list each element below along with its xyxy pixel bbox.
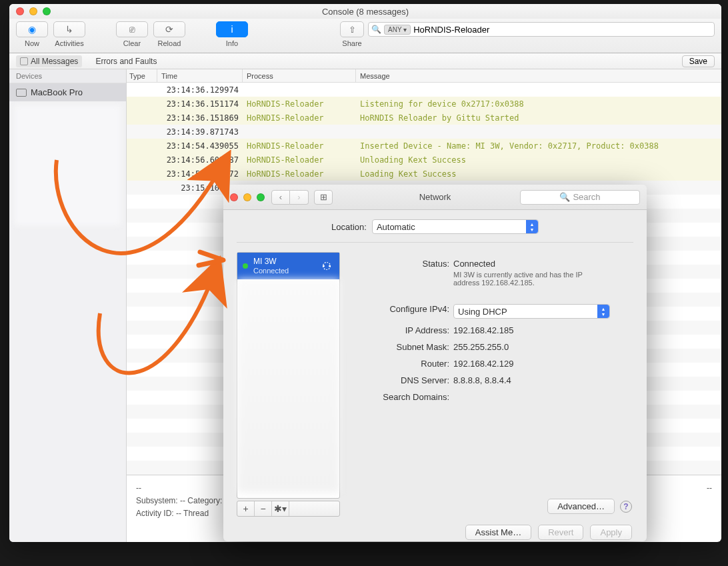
search-any-chip[interactable]: ANY ▾ — [384, 25, 411, 35]
toolbar: ◉ Now ↳ Activities ⎚ Clear ⟳ Reload i In… — [9, 19, 721, 53]
status-label: Status: — [356, 259, 449, 269]
col-process[interactable]: Process — [243, 69, 356, 82]
clear-button[interactable]: ⎚ — [116, 21, 148, 37]
service-blurred-area — [237, 279, 339, 493]
mask-label: Subnet Mask: — [356, 342, 449, 352]
status-value: Connected — [453, 259, 633, 269]
config-label: Configure IPv4: — [356, 304, 449, 314]
sidebar-heading: Devices — [9, 69, 126, 83]
activities-button[interactable]: ↳ — [53, 21, 85, 37]
log-row[interactable]: 23:14:56.601887HoRNDIS-ReloaderUnloading… — [127, 153, 721, 167]
log-row[interactable]: 23:14:54.439055HoRNDIS-ReloaderInserted … — [127, 139, 721, 153]
log-columns-header: Type Time Process Message — [127, 69, 721, 83]
sidebar-blurred-area — [15, 105, 121, 225]
detail-activity: Activity ID: -- Thread — [136, 507, 230, 520]
sidebar: Devices MacBook Pro — [9, 69, 127, 542]
location-label: Location: — [331, 222, 367, 232]
svg-point-1 — [323, 265, 325, 267]
search-input[interactable] — [413, 25, 711, 35]
network-title: Network — [223, 192, 647, 202]
filter-errors-faults[interactable]: Errors and Faults — [91, 55, 161, 67]
info-label: Info — [226, 39, 238, 47]
filter-all-messages[interactable]: All Messages — [16, 55, 82, 67]
log-row[interactable]: 23:14:39.871743 — [127, 125, 721, 139]
remove-service-button[interactable]: − — [255, 501, 272, 516]
configure-ipv4-select[interactable]: Using DHCP ▲▼ — [453, 304, 610, 319]
revert-button[interactable]: Revert — [538, 525, 583, 540]
search-field[interactable]: 🔍 ANY ▾ — [368, 22, 715, 37]
location-select[interactable]: Automatic ▲▼ — [372, 219, 539, 234]
mask-value: 255.255.255.0 — [453, 342, 633, 352]
share-button[interactable]: ⇧ — [340, 21, 364, 37]
detail-subsystem: Subsystem: -- Category: -- — [136, 495, 230, 507]
svg-point-2 — [329, 265, 331, 267]
clear-label: Clear — [123, 39, 141, 47]
sidebar-item-label: MacBook Pro — [31, 87, 83, 97]
col-type[interactable]: Type — [127, 69, 157, 82]
titlebar: Console (8 messages) — [9, 4, 721, 19]
dns-label: DNS Server: — [356, 375, 449, 385]
service-name: MI 3W — [253, 257, 289, 266]
chevron-updown-icon: ▲▼ — [526, 220, 538, 233]
sidebar-toggle-icon — [20, 57, 28, 65]
sidebar-item-macbook[interactable]: MacBook Pro — [9, 83, 126, 101]
info-button[interactable]: i — [216, 21, 248, 37]
router-value: 192.168.42.129 — [453, 359, 633, 369]
detail-dashes: -- — [136, 482, 230, 495]
help-button[interactable]: ? — [620, 501, 632, 513]
router-label: Router: — [356, 359, 449, 369]
log-row[interactable]: 23:14:36.151869HoRNDIS-ReloaderHoRNDIS R… — [127, 111, 721, 125]
service-list[interactable]: MI 3W Connected + − ✱▾ — [237, 252, 340, 499]
apply-button[interactable]: Apply — [590, 525, 632, 540]
network-toolbar: ‹ › ⊞ Network 🔍 Search — [223, 185, 647, 210]
status-dot-icon — [243, 263, 248, 269]
chevron-updown-icon: ▲▼ — [597, 305, 609, 318]
detail-right: -- — [707, 482, 712, 521]
search-icon: 🔍 — [371, 25, 381, 34]
save-button[interactable]: Save — [682, 55, 715, 67]
reload-button[interactable]: ⟳ — [153, 21, 185, 37]
service-gear-button[interactable]: ✱▾ — [272, 501, 289, 516]
network-detail: Status: Connected MI 3W is currently act… — [347, 252, 633, 499]
service-status: Connected — [253, 267, 289, 275]
filterbar: All Messages Errors and Faults Save — [9, 53, 721, 69]
now-button[interactable]: ◉ — [16, 21, 48, 37]
network-window: ‹ › ⊞ Network 🔍 Search Location: Automat… — [223, 185, 647, 541]
laptop-icon — [16, 89, 27, 97]
share-label: Share — [342, 39, 361, 47]
activities-label: Activities — [55, 39, 83, 47]
col-time[interactable]: Time — [157, 69, 243, 82]
assist-me-button[interactable]: Assist Me… — [465, 525, 531, 540]
advanced-button[interactable]: Advanced… — [547, 499, 615, 514]
location-row: Location: Automatic ▲▼ — [237, 210, 633, 243]
window-title: Console (8 messages) — [9, 7, 721, 17]
col-message[interactable]: Message — [356, 69, 721, 82]
service-mi3w[interactable]: MI 3W Connected — [237, 253, 339, 279]
log-row[interactable]: 23:14:57.880772HoRNDIS-ReloaderLoading K… — [127, 167, 721, 181]
log-rows[interactable]: 23:14:36.12997423:14:36.151174HoRNDIS-Re… — [127, 83, 721, 195]
domains-label: Search Domains: — [356, 392, 449, 402]
now-label: Now — [25, 39, 39, 47]
ethernet-icon — [319, 259, 334, 273]
ip-value: 192.168.42.185 — [453, 325, 633, 335]
status-sub: MI 3W is currently active and has the IP… — [453, 271, 607, 287]
ip-label: IP Address: — [356, 325, 449, 335]
add-service-button[interactable]: + — [237, 501, 255, 516]
service-list-tools: + − ✱▾ — [237, 501, 340, 517]
dns-value: 8.8.8.8, 8.8.4.4 — [453, 375, 633, 385]
reload-label: Reload — [158, 39, 181, 47]
log-row[interactable]: 23:14:36.129974 — [127, 83, 721, 97]
log-row[interactable]: 23:14:36.151174HoRNDIS-ReloaderListening… — [127, 97, 721, 111]
